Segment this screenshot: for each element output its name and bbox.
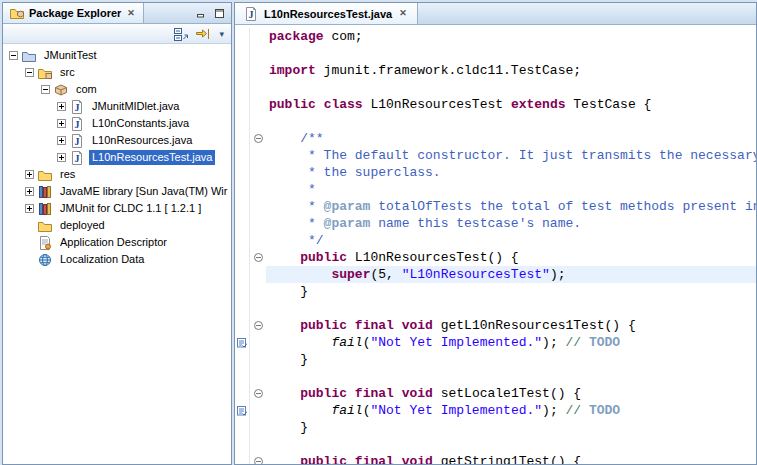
maximize-icon[interactable] (214, 8, 225, 19)
expand-icon[interactable] (57, 119, 66, 128)
expand-icon[interactable] (57, 136, 66, 145)
expand-icon[interactable] (57, 102, 66, 111)
collapse-icon[interactable] (9, 51, 18, 60)
code-text[interactable]: } (266, 419, 756, 436)
code-text[interactable]: public final void getString1Test() { (266, 453, 756, 464)
tree-item[interactable]: Application Descriptor (3, 234, 231, 251)
collapse-icon[interactable] (41, 85, 50, 94)
code-text[interactable]: } (266, 351, 756, 368)
tree-item[interactable]: com (3, 81, 231, 98)
code-line: fail("Not Yet Implemented."); // TODO (235, 402, 756, 419)
code-text[interactable] (266, 436, 756, 453)
close-icon[interactable]: ✕ (125, 8, 137, 19)
code-text[interactable]: fail("Not Yet Implemented."); // TODO (266, 334, 756, 351)
tree-item[interactable]: deployed (3, 217, 231, 234)
code-text[interactable]: public L10nResourcesTest() { (266, 249, 756, 266)
tree-item-label[interactable]: L10nResources.java (89, 133, 195, 148)
code-text[interactable]: public class L10nResourcesTest extends T… (266, 96, 756, 113)
code-text[interactable]: import jmunit.framework.cldc11.TestCase; (266, 62, 756, 79)
fold-ruler-cell (250, 96, 266, 113)
marker-ruler-cell (235, 147, 250, 164)
tree-item[interactable]: JavaME library [Sun Java(TM) Wir (3, 183, 231, 200)
tree-item[interactable]: JL10nResourcesTest.java (3, 149, 231, 166)
marker-ruler-cell (235, 300, 250, 317)
code-line: super(5, "L10nResourcesTest"); (235, 266, 756, 283)
collapse-all-icon[interactable] (173, 26, 189, 42)
tree-item-label[interactable]: com (73, 82, 100, 97)
code-text[interactable] (266, 113, 756, 130)
tree-item[interactable]: JMunitTest (3, 47, 231, 64)
code-line: * (235, 181, 756, 198)
code-text[interactable]: * @param name this testcase's name. (266, 215, 756, 232)
editor-tab[interactable]: J L10nResourcesTest.java ✕ (235, 3, 418, 24)
collapse-icon[interactable] (25, 68, 34, 77)
expand-icon[interactable] (25, 170, 34, 179)
marker-ruler-cell (235, 215, 250, 232)
code-text[interactable]: * the superclass. (266, 164, 756, 181)
code-text[interactable]: /** (266, 130, 756, 147)
close-icon[interactable]: ✕ (397, 8, 409, 19)
expand-icon[interactable] (25, 187, 34, 196)
tree-item[interactable]: res (3, 166, 231, 183)
fold-ruler-cell (250, 62, 266, 79)
package-explorer-tab[interactable]: Package Explorer ✕ (3, 3, 144, 23)
task-marker-icon (235, 334, 250, 351)
minimize-icon[interactable] (196, 8, 207, 19)
code-line: /** (235, 130, 756, 147)
tree-item[interactable]: JL10nResources.java (3, 132, 231, 149)
code-text[interactable] (266, 368, 756, 385)
tree-item-label[interactable]: Localization Data (57, 252, 147, 267)
tree-indent (3, 72, 25, 73)
tree-indent (3, 106, 57, 107)
editor-code[interactable]: package com;import jmunit.framework.cldc… (235, 25, 756, 464)
tree-item[interactable]: JMUnit for CLDC 1.1 [ 1.2.1 ] (3, 200, 231, 217)
tree-item-label[interactable]: Application Descriptor (57, 235, 170, 250)
code-text[interactable]: super(5, "L10nResourcesTest"); (266, 266, 756, 283)
tree-item[interactable]: JL10nConstants.java (3, 115, 231, 132)
expand-icon[interactable] (57, 153, 66, 162)
code-text[interactable]: fail("Not Yet Implemented."); // TODO (266, 402, 756, 419)
marker-ruler-cell (235, 164, 250, 181)
code-text[interactable]: */ (266, 232, 756, 249)
expand-icon[interactable] (25, 204, 34, 213)
code-line (235, 300, 756, 317)
code-text[interactable]: * The default constructor. It just trans… (266, 147, 756, 164)
code-text[interactable] (266, 79, 756, 96)
tree-item-label[interactable]: L10nResourcesTest.java (89, 150, 215, 165)
fold-collapse-icon[interactable] (250, 385, 266, 402)
fold-collapse-icon[interactable] (250, 130, 266, 147)
code-text[interactable] (266, 45, 756, 62)
tree-item-label[interactable]: src (57, 65, 78, 80)
link-with-editor-icon[interactable] (195, 26, 211, 42)
tree-item-label[interactable]: JavaME library [Sun Java(TM) Wir (57, 184, 230, 199)
code-text[interactable]: package com; (266, 28, 756, 45)
tree-item-label[interactable]: res (57, 167, 78, 182)
tree-item-label[interactable]: JMunitTest (41, 48, 100, 63)
code-line: } (235, 419, 756, 436)
code-text[interactable]: * @param totalOfTests the total of test … (266, 198, 756, 215)
tree-item-label[interactable]: JMunitMIDlet.java (89, 99, 182, 114)
fold-collapse-icon[interactable] (250, 317, 266, 334)
library-icon (37, 201, 53, 217)
editor-tabbar: J L10nResourcesTest.java ✕ (235, 3, 756, 25)
tree-item-label[interactable]: JMUnit for CLDC 1.1 [ 1.2.1 ] (57, 201, 204, 216)
tree-item-label[interactable]: L10nConstants.java (89, 116, 192, 131)
package-explorer-tree: JMunitTestsrccomJJMunitMIDlet.javaJL10nC… (3, 44, 231, 464)
code-text[interactable]: public final void setLocale1Test() { (266, 385, 756, 402)
code-text[interactable]: * (266, 181, 756, 198)
tree-indent (3, 191, 25, 192)
marker-ruler-cell (235, 436, 250, 453)
folder-icon (37, 167, 53, 183)
view-menu-icon[interactable]: ▾ (217, 29, 226, 39)
marker-ruler-cell (235, 130, 250, 147)
tree-item[interactable]: Localization Data (3, 251, 231, 268)
fold-collapse-icon[interactable] (250, 453, 266, 464)
code-text[interactable]: } (266, 283, 756, 300)
fold-collapse-icon[interactable] (250, 249, 266, 266)
code-text[interactable] (266, 300, 756, 317)
tree-indent (3, 174, 25, 175)
tree-item[interactable]: src (3, 64, 231, 81)
tree-item[interactable]: JJMunitMIDlet.java (3, 98, 231, 115)
tree-item-label[interactable]: deployed (57, 218, 108, 233)
code-text[interactable]: public final void getL10nResources1Test(… (266, 317, 756, 334)
